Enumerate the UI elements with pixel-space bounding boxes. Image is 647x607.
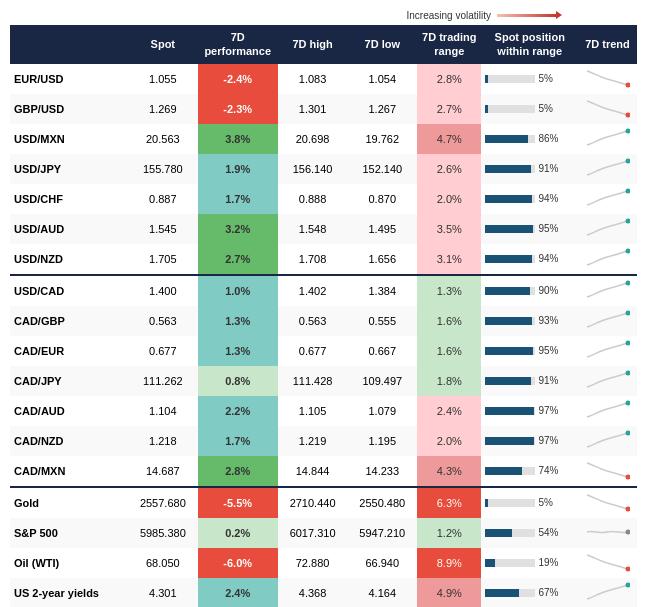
- svg-point-10: [625, 370, 630, 375]
- col-pair: [10, 25, 128, 64]
- cell-perf: 1.7%: [198, 184, 278, 214]
- spot-pct-label: 93%: [538, 315, 566, 326]
- cell-low: 19.762: [347, 124, 417, 154]
- spot-bar-container: 5%: [485, 103, 574, 114]
- cell-trend: [578, 275, 637, 306]
- spot-bar-track: [485, 287, 535, 295]
- cell-spot: 4.301: [128, 578, 198, 607]
- cell-trend: [578, 518, 637, 548]
- svg-point-3: [625, 158, 630, 163]
- spot-bar-track: [485, 589, 535, 597]
- cell-trend: [578, 124, 637, 154]
- cell-high: 6017.310: [278, 518, 348, 548]
- cell-range: 6.3%: [417, 487, 481, 518]
- cell-spot: 68.050: [128, 548, 198, 578]
- cell-low: 14.233: [347, 456, 417, 487]
- cell-spot: 0.887: [128, 184, 198, 214]
- cell-perf: 1.9%: [198, 154, 278, 184]
- cell-pair: S&P 500: [10, 518, 128, 548]
- svg-point-12: [625, 430, 630, 435]
- cell-spot-pos: 5%: [481, 94, 578, 124]
- trend-sparkline: [585, 67, 630, 89]
- trend-sparkline: [585, 551, 630, 573]
- spot-bar-container: 93%: [485, 315, 574, 326]
- svg-point-7: [625, 280, 630, 285]
- spot-bar-fill: [485, 499, 488, 507]
- cell-range: 2.8%: [417, 64, 481, 94]
- cell-perf: 0.8%: [198, 366, 278, 396]
- spot-bar-fill: [485, 467, 522, 475]
- spot-pct-label: 97%: [538, 405, 566, 416]
- cell-pair: USD/CHF: [10, 184, 128, 214]
- spot-bar-fill: [485, 255, 532, 263]
- spot-bar-fill: [485, 225, 533, 233]
- spot-pct-label: 95%: [538, 345, 566, 356]
- cell-trend: [578, 426, 637, 456]
- spot-bar-track: [485, 195, 535, 203]
- spot-bar-fill: [485, 165, 531, 173]
- cell-spot: 1.104: [128, 396, 198, 426]
- spot-pct-label: 97%: [538, 435, 566, 446]
- table-row: Oil (WTI)68.050-6.0%72.88066.9408.9%19%: [10, 548, 637, 578]
- cell-pair: CAD/NZD: [10, 426, 128, 456]
- cell-low: 152.140: [347, 154, 417, 184]
- cell-perf: -2.4%: [198, 64, 278, 94]
- spot-bar-fill: [485, 407, 534, 415]
- cell-trend: [578, 244, 637, 275]
- cell-spot-pos: 97%: [481, 396, 578, 426]
- cell-high: 20.698: [278, 124, 348, 154]
- spot-bar-fill: [485, 589, 519, 597]
- cell-pair: CAD/MXN: [10, 456, 128, 487]
- spot-pct-label: 5%: [538, 103, 566, 114]
- table-row: USD/CAD1.4001.0%1.4021.3841.3%90%: [10, 275, 637, 306]
- cell-range: 2.6%: [417, 154, 481, 184]
- spot-bar-container: 90%: [485, 285, 574, 296]
- spot-bar-fill: [485, 287, 530, 295]
- cell-trend: [578, 396, 637, 426]
- table-row: EUR/USD1.055-2.4%1.0831.0542.8%5%: [10, 64, 637, 94]
- cell-spot: 5985.380: [128, 518, 198, 548]
- cell-high: 1.105: [278, 396, 348, 426]
- header-row: Spot 7D performance 7D high 7D low 7D tr…: [10, 25, 637, 64]
- table-row: GBP/USD1.269-2.3%1.3011.2672.7%5%: [10, 94, 637, 124]
- spot-pct-label: 5%: [538, 73, 566, 84]
- trend-sparkline: [585, 581, 630, 603]
- cell-trend: [578, 184, 637, 214]
- cell-perf: 2.4%: [198, 578, 278, 607]
- cell-range: 1.8%: [417, 366, 481, 396]
- svg-point-5: [625, 218, 630, 223]
- spot-bar-track: [485, 407, 535, 415]
- cell-high: 1.219: [278, 426, 348, 456]
- cell-perf: 1.3%: [198, 306, 278, 336]
- table-row: CAD/JPY111.2620.8%111.428109.4971.8%91%: [10, 366, 637, 396]
- svg-point-17: [625, 582, 630, 587]
- trend-sparkline: [585, 339, 630, 361]
- trend-sparkline: [585, 127, 630, 149]
- cell-trend: [578, 366, 637, 396]
- svg-point-8: [625, 310, 630, 315]
- cell-low: 1.656: [347, 244, 417, 275]
- cell-range: 2.0%: [417, 426, 481, 456]
- trend-sparkline: [585, 399, 630, 421]
- trend-sparkline: [585, 157, 630, 179]
- cell-range: 2.0%: [417, 184, 481, 214]
- spot-bar-track: [485, 165, 535, 173]
- cell-high: 1.083: [278, 64, 348, 94]
- spot-pct-label: 5%: [538, 497, 566, 508]
- cell-pair: Oil (WTI): [10, 548, 128, 578]
- cell-low: 2550.480: [347, 487, 417, 518]
- cell-perf: 2.7%: [198, 244, 278, 275]
- spot-bar-track: [485, 105, 535, 113]
- spot-bar-track: [485, 255, 535, 263]
- cell-low: 109.497: [347, 366, 417, 396]
- cell-low: 1.079: [347, 396, 417, 426]
- cell-pair: USD/MXN: [10, 124, 128, 154]
- svg-point-9: [625, 340, 630, 345]
- svg-point-6: [625, 248, 630, 253]
- spot-bar-track: [485, 377, 535, 385]
- trend-sparkline: [585, 491, 630, 513]
- cell-trend: [578, 214, 637, 244]
- cell-spot-pos: 19%: [481, 548, 578, 578]
- trend-sparkline: [585, 217, 630, 239]
- cell-high: 4.368: [278, 578, 348, 607]
